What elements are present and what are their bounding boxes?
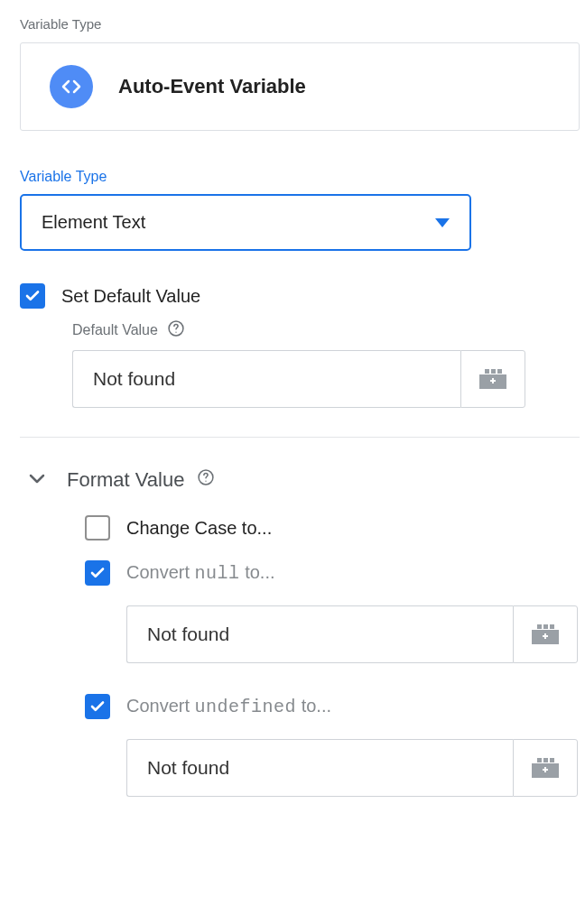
convert-undefined-label: Convert undefined to... — [126, 696, 331, 717]
convert-undefined-input[interactable]: Not found — [126, 739, 513, 797]
svg-rect-22 — [544, 767, 546, 772]
variable-type-name: Auto-Event Variable — [118, 75, 306, 98]
set-default-value-label: Set Default Value — [61, 286, 200, 307]
format-value-header[interactable]: Format Value — [29, 468, 585, 492]
convert-null-input[interactable]: Not found — [126, 605, 513, 663]
variable-picker-button[interactable] — [513, 605, 578, 663]
format-value-section: Format Value Change Case to... Conve — [20, 468, 585, 797]
caret-down-icon — [435, 215, 450, 231]
svg-rect-3 — [485, 369, 489, 374]
variable-type-label: Variable Type — [20, 16, 585, 32]
variable-picker-button[interactable] — [513, 739, 578, 797]
svg-rect-8 — [492, 378, 494, 383]
svg-rect-5 — [497, 369, 502, 374]
select-value: Element Text — [42, 212, 145, 233]
svg-rect-18 — [543, 758, 548, 762]
help-icon[interactable] — [197, 468, 215, 492]
svg-rect-13 — [550, 624, 554, 629]
change-case-checkbox[interactable] — [85, 515, 110, 541]
variable-subtype-section: Variable Type Element Text — [20, 169, 585, 251]
svg-point-10 — [206, 481, 207, 482]
variable-picker-button[interactable] — [460, 350, 525, 408]
convert-null-checkbox[interactable] — [85, 560, 110, 586]
variable-type-label-active: Variable Type — [20, 169, 585, 185]
convert-undefined-checkbox[interactable] — [85, 694, 110, 719]
svg-marker-0 — [435, 218, 450, 227]
change-case-label: Change Case to... — [126, 518, 272, 539]
default-value-field-label: Default Value — [72, 319, 585, 341]
svg-rect-11 — [537, 624, 542, 629]
chevron-down-icon — [29, 472, 45, 488]
svg-rect-17 — [537, 758, 542, 762]
section-divider — [20, 437, 580, 438]
variable-type-section: Variable Type Auto-Event Variable — [20, 16, 585, 131]
svg-point-2 — [175, 332, 176, 333]
variable-subtype-select[interactable]: Element Text — [20, 194, 471, 251]
svg-rect-4 — [491, 369, 496, 374]
set-default-value-checkbox[interactable] — [20, 283, 45, 309]
convert-null-label: Convert null to... — [126, 562, 275, 584]
variable-type-box[interactable]: Auto-Event Variable — [20, 42, 580, 131]
help-icon[interactable] — [167, 319, 185, 341]
svg-rect-16 — [544, 633, 546, 639]
code-angles-icon — [50, 65, 93, 108]
svg-rect-12 — [543, 624, 548, 629]
default-value-input[interactable]: Not found — [72, 350, 460, 408]
svg-rect-19 — [550, 758, 554, 762]
format-value-title: Format Value — [67, 468, 215, 492]
default-value-section: Set Default Value Default Value Not foun… — [20, 283, 585, 408]
